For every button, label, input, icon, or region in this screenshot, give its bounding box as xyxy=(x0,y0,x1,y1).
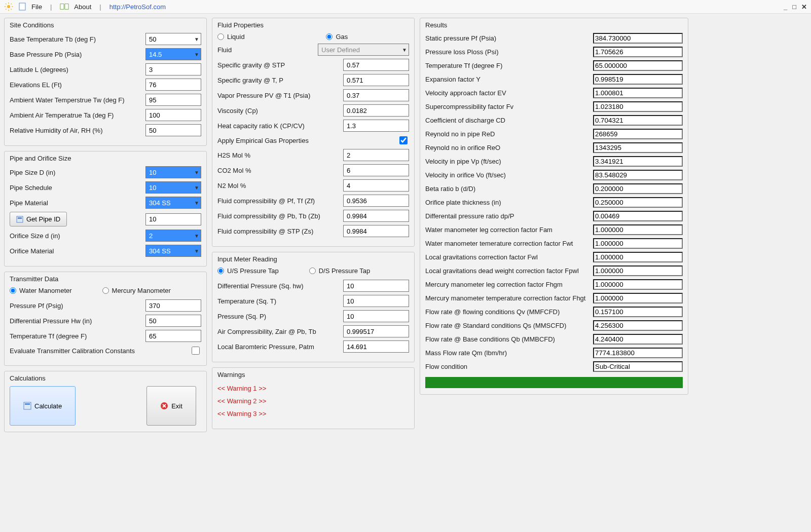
menu-file[interactable]: File xyxy=(31,3,42,11)
input-elevation[interactable] xyxy=(145,79,201,91)
input-pv[interactable] xyxy=(343,89,409,101)
select-fluid[interactable]: ▼ xyxy=(318,44,409,56)
label-result-vo: Velocity in orifice Vo (ft/sec) xyxy=(425,171,589,179)
select-pipe-schedule[interactable]: ▼ xyxy=(145,181,201,194)
checkbox-apply-empirical[interactable] xyxy=(399,136,408,144)
input-tw[interactable] xyxy=(145,94,201,106)
input-zair[interactable] xyxy=(343,325,409,337)
input-co2[interactable] xyxy=(343,164,409,176)
label-lat: Latitude L (degrees) xyxy=(10,66,141,73)
label-result-thickness: Orifice plate thickness (in) xyxy=(425,199,589,206)
menu-separator: | xyxy=(50,3,52,11)
select-pipe-size[interactable]: ▼ xyxy=(145,166,201,178)
select-tb[interactable]: ▼ xyxy=(145,33,201,45)
label-result-ploss: Pressure loss Ploss (Psi) xyxy=(425,48,589,56)
output-fpwl xyxy=(593,265,683,276)
input-sg-stp[interactable] xyxy=(343,59,409,71)
input-k[interactable] xyxy=(343,120,409,132)
input-t-sq[interactable] xyxy=(343,295,409,307)
output-condition xyxy=(593,361,683,372)
btn-label: Exit xyxy=(171,402,182,410)
output-tf xyxy=(593,60,683,71)
radio-gas[interactable]: Gas xyxy=(326,33,399,41)
input-pressure-pf[interactable] xyxy=(145,299,201,312)
group-warnings: Warnings << Warning 1 >> << Warning 2 >>… xyxy=(212,367,415,429)
menu-about[interactable]: About xyxy=(74,3,91,11)
group-calculations: Calculations Calculate Exit xyxy=(4,371,207,432)
input-viscosity[interactable] xyxy=(343,104,409,117)
label-result-qm: Mass Flow rate Qm (lbm/hr) xyxy=(425,349,589,357)
label-hw: Differential Pressure Hw (in) xyxy=(10,317,141,325)
input-patm[interactable] xyxy=(343,340,409,353)
svg-rect-10 xyxy=(17,216,23,222)
svg-line-7 xyxy=(6,9,7,10)
label-result-tf: Temperature Tf (degree F) xyxy=(425,62,589,69)
group-fluid-properties: Fluid Properties Liquid Gas Fluid ▼ Spec… xyxy=(212,18,415,247)
label-result-qs: Flow rate @ Standard conditions Qs (MMSC… xyxy=(425,322,589,329)
output-cd xyxy=(593,115,683,126)
radio-ds-tap[interactable]: D/S Pressure Tap xyxy=(309,267,371,275)
output-fhgm xyxy=(593,279,683,290)
warning-2: << Warning 2 >> xyxy=(217,397,409,405)
get-pipe-id-button[interactable]: Get Pipe ID xyxy=(10,212,67,226)
select-orifice-size[interactable]: ▼ xyxy=(145,230,201,242)
radio-water-manometer[interactable]: Water Manometer xyxy=(10,287,72,294)
output-y xyxy=(593,74,683,85)
input-n2[interactable] xyxy=(343,179,409,192)
input-sg-tp[interactable] xyxy=(343,74,409,86)
group-transmitter: Transmitter Data Water Manometer Mercury… xyxy=(4,272,207,366)
window-minimize-icon[interactable]: _ xyxy=(784,3,787,11)
svg-line-5 xyxy=(6,4,7,5)
input-rh[interactable] xyxy=(145,124,201,136)
radio-liquid[interactable]: Liquid xyxy=(217,33,296,41)
label-result-red: Reynold no in pipe ReD xyxy=(425,130,589,138)
input-ta[interactable] xyxy=(145,109,201,121)
label-result-cd: Coefficient of discharge CD xyxy=(425,117,589,124)
calculate-button[interactable]: Calculate xyxy=(10,386,76,426)
output-vo xyxy=(593,170,683,180)
menubar: File | About | http://PetroSof.com _ □ ✕ xyxy=(0,0,811,14)
window-maximize-icon[interactable]: □ xyxy=(792,3,796,11)
select-pipe-material[interactable]: ▼ xyxy=(145,197,201,209)
file-icon xyxy=(18,3,26,11)
exit-button[interactable]: Exit xyxy=(146,386,196,426)
label-pipe-sched: Pipe Schedule xyxy=(10,184,141,192)
output-pf xyxy=(593,33,683,44)
input-zb[interactable] xyxy=(343,210,409,222)
label-sg-stp: Specific gravity @ STP xyxy=(217,61,339,69)
checkbox-eval-calibration[interactable] xyxy=(192,347,200,355)
select-pb[interactable]: ▼ xyxy=(145,48,201,60)
label-zair: Air Compressibility, Zair @ Pb, Tb xyxy=(217,328,339,335)
group-title: Transmitter Data xyxy=(10,275,201,283)
btn-label: Calculate xyxy=(34,402,62,410)
input-temperature-tf[interactable] xyxy=(145,330,201,342)
menu-separator: | xyxy=(99,3,101,11)
svg-line-6 xyxy=(11,9,12,10)
radio-us-tap[interactable]: U/S Pressure Tap xyxy=(217,267,279,275)
calculator-icon xyxy=(16,216,23,223)
menu-link[interactable]: http://PetroSof.com xyxy=(109,3,166,11)
window-close-icon[interactable]: ✕ xyxy=(801,3,807,11)
input-zs[interactable] xyxy=(343,225,409,237)
btn-label: Get Pipe ID xyxy=(26,215,60,223)
select-orifice-material[interactable]: ▼ xyxy=(145,245,201,257)
label-result-qv: Flow rate @ flowing conditions Qv (MMFCF… xyxy=(425,308,589,316)
output-fwt xyxy=(593,238,683,249)
label-zs: Fluid compressibility @ STP (Zs) xyxy=(217,227,339,235)
label-orifice-size: Orifice Size d (in) xyxy=(10,232,141,240)
input-diff-pressure-hw[interactable] xyxy=(145,315,201,327)
radio-mercury-manometer[interactable]: Mercury Manometer xyxy=(102,287,171,294)
input-zf[interactable] xyxy=(343,195,409,207)
label-k: Heat capacity ratio K (CP/CV) xyxy=(217,122,339,130)
label-result-dpp: Differentail pressure ratio dp/P xyxy=(425,212,589,220)
label-result-vp: Velocity in pipe Vp (ft/sec) xyxy=(425,158,589,165)
input-h2s[interactable] xyxy=(343,149,409,161)
input-p-sq[interactable] xyxy=(343,310,409,322)
input-dp-sq[interactable] xyxy=(343,280,409,292)
input-pipe-id[interactable] xyxy=(145,213,201,225)
label-result-fv: Supercompressibility factor Fv xyxy=(425,103,589,110)
label-ta: Ambient Air Temperatrue Ta (deg F) xyxy=(10,111,141,119)
label-zf: Fluid compressibility @ Pf, Tf (Zf) xyxy=(217,197,339,205)
label-result-fhgm: Mercury manometer leg correction factor … xyxy=(425,281,589,288)
input-latitude[interactable] xyxy=(145,63,201,75)
